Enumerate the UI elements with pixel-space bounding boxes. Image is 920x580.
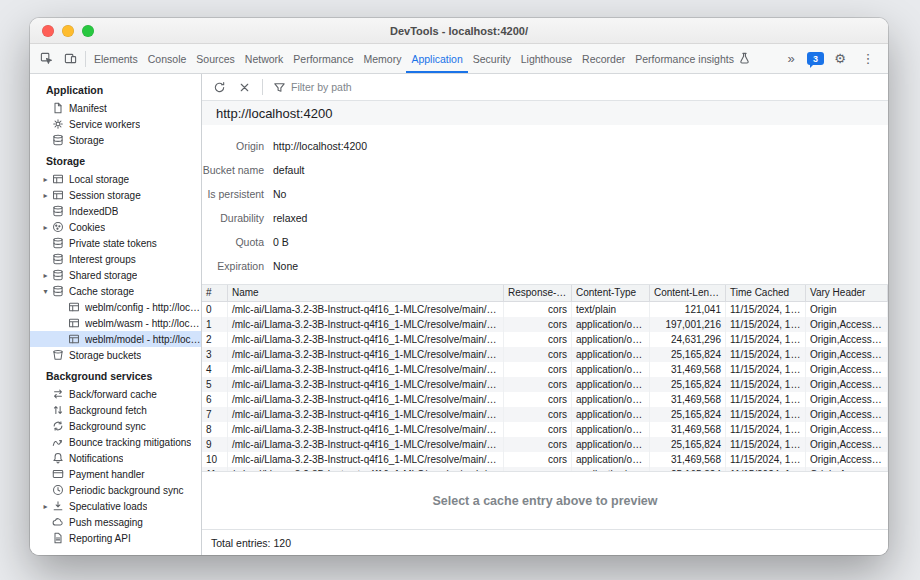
table-row[interactable]: 3/mlc-ai/Llama-3.2-3B-Instruct-q4f16_1-M…: [202, 347, 888, 362]
cell-content-type: application/oc…: [572, 422, 650, 437]
sidebar-item-background-sync[interactable]: Background sync: [30, 418, 201, 434]
window-titlebar[interactable]: DevTools - localhost:4200/: [30, 18, 888, 44]
cell-content-length: 31,469,568: [650, 422, 726, 437]
tab-sources[interactable]: Sources: [191, 44, 240, 73]
cell-content-type: application/oc…: [572, 332, 650, 347]
database-icon: [51, 269, 64, 282]
cell-response-type: cors: [504, 437, 572, 452]
tab-label: Lighthouse: [521, 53, 572, 65]
refresh-button[interactable]: [209, 77, 229, 97]
sidebar-item-session-storage[interactable]: ▸Session storage: [30, 187, 201, 203]
tab-recorder[interactable]: Recorder: [577, 44, 630, 73]
tab-network[interactable]: Network: [240, 44, 289, 73]
report-icon: [51, 532, 64, 545]
metadata-row: Is persistentNo: [202, 182, 888, 206]
column-header-response-type[interactable]: Response-Type: [504, 285, 572, 301]
toggle-device-toolbar-button[interactable]: [58, 44, 82, 73]
tab-label: Recorder: [582, 53, 625, 65]
toolbar-divider: [262, 79, 263, 95]
table-icon: [67, 317, 80, 330]
cell-response-type: cors: [504, 452, 572, 467]
sidebar-item-storage[interactable]: Storage: [30, 132, 201, 148]
table-row[interactable]: 1/mlc-ai/Llama-3.2-3B-Instruct-q4f16_1-M…: [202, 317, 888, 332]
tab-performance[interactable]: Performance: [288, 44, 358, 73]
sidebar-item-indexeddb[interactable]: IndexedDB: [30, 203, 201, 219]
column-header-content-length[interactable]: Content-Length: [650, 285, 726, 301]
sidebar-item-weblm-config-http-loc[interactable]: weblm/config - http://loc…: [30, 299, 201, 315]
sidebar-item-label: weblm/model - http://loc…: [85, 334, 201, 345]
cell-name: /mlc-ai/Llama-3.2-3B-Instruct-q4f16_1-ML…: [228, 332, 504, 347]
sidebar-item-notifications[interactable]: Notifications: [30, 450, 201, 466]
tab-performance-insights[interactable]: Performance insights: [630, 44, 756, 73]
minimize-window-button[interactable]: [62, 25, 74, 37]
cell-time-cached: 11/15/2024, 10…: [726, 422, 806, 437]
cell-content-length: 197,001,216: [650, 317, 726, 332]
sidebar-item-label: Private state tokens: [69, 238, 157, 249]
sidebar-item-interest-groups[interactable]: Interest groups: [30, 251, 201, 267]
sidebar-item-speculative-loads[interactable]: ▸Speculative loads: [30, 498, 201, 514]
cell-content-type: text/plain: [572, 302, 650, 317]
metadata-value: None: [273, 260, 298, 272]
cell-content-type: application/oc…: [572, 347, 650, 362]
table-row[interactable]: 5/mlc-ai/Llama-3.2-3B-Instruct-q4f16_1-M…: [202, 377, 888, 392]
tab-console[interactable]: Console: [143, 44, 192, 73]
column-header-vary-header[interactable]: Vary Header: [806, 285, 888, 301]
cell-time-cached: 11/15/2024, 10…: [726, 392, 806, 407]
tab-lighthouse[interactable]: Lighthouse: [516, 44, 577, 73]
table-row[interactable]: 6/mlc-ai/Llama-3.2-3B-Instruct-q4f16_1-M…: [202, 392, 888, 407]
settings-button[interactable]: ⚙: [828, 52, 852, 65]
sidebar-item-storage-buckets[interactable]: Storage buckets: [30, 347, 201, 363]
sidebar-item-weblm-wasm-http-loca[interactable]: weblm/wasm - http://loca…: [30, 315, 201, 331]
close-window-button[interactable]: [42, 25, 54, 37]
tab-elements[interactable]: Elements: [89, 44, 143, 73]
sidebar-item-manifest[interactable]: Manifest: [30, 100, 201, 116]
column-header-time-cached[interactable]: Time Cached: [726, 285, 806, 301]
sidebar-item-local-storage[interactable]: ▸Local storage: [30, 171, 201, 187]
table-row[interactable]: 0/mlc-ai/Llama-3.2-3B-Instruct-q4f16_1-M…: [202, 302, 888, 317]
sidebar-item-cache-storage[interactable]: ▾Cache storage: [30, 283, 201, 299]
chevron-right-icon[interactable]: ▸: [40, 502, 51, 511]
delete-selected-button[interactable]: [234, 77, 254, 97]
table-row[interactable]: 8/mlc-ai/Llama-3.2-3B-Instruct-q4f16_1-M…: [202, 422, 888, 437]
fullscreen-window-button[interactable]: [82, 25, 94, 37]
tab-security[interactable]: Security: [468, 44, 516, 73]
sidebar-item-reporting-api[interactable]: Reporting API: [30, 530, 201, 546]
sidebar-item-payment-handler[interactable]: Payment handler: [30, 466, 201, 482]
issues-counter-button[interactable]: 3: [807, 52, 824, 65]
filter-by-path-input[interactable]: Filter by path: [273, 81, 352, 94]
metadata-label: Durability: [202, 212, 264, 224]
sidebar-item-private-state-tokens[interactable]: Private state tokens: [30, 235, 201, 251]
cell-vary-header: Origin,Access…: [806, 422, 888, 437]
inspect-element-button[interactable]: [34, 44, 58, 73]
tab-label: Sources: [196, 53, 235, 65]
table-row[interactable]: 4/mlc-ai/Llama-3.2-3B-Instruct-q4f16_1-M…: [202, 362, 888, 377]
column-header-[interactable]: #: [202, 285, 228, 301]
cell-: 1: [202, 317, 228, 332]
tab-application[interactable]: Application: [406, 44, 467, 73]
column-header-name[interactable]: Name: [228, 285, 504, 301]
table-row[interactable]: 10/mlc-ai/Llama-3.2-3B-Instruct-q4f16_1-…: [202, 452, 888, 467]
table-row[interactable]: 9/mlc-ai/Llama-3.2-3B-Instruct-q4f16_1-M…: [202, 437, 888, 452]
column-header-content-type[interactable]: Content-Type: [572, 285, 650, 301]
tab-memory[interactable]: Memory: [358, 44, 406, 73]
table-row[interactable]: 2/mlc-ai/Llama-3.2-3B-Instruct-q4f16_1-M…: [202, 332, 888, 347]
chevron-down-icon[interactable]: ▾: [40, 287, 51, 296]
cell-vary-header: Origin: [806, 302, 888, 317]
table-row[interactable]: 7/mlc-ai/Llama-3.2-3B-Instruct-q4f16_1-M…: [202, 407, 888, 422]
sidebar-item-service-workers[interactable]: Service workers: [30, 116, 201, 132]
chevron-right-icon[interactable]: ▸: [40, 271, 51, 280]
sidebar-item-cookies[interactable]: ▸Cookies: [30, 219, 201, 235]
sidebar-item-background-fetch[interactable]: Background fetch: [30, 402, 201, 418]
chevron-right-icon[interactable]: ▸: [40, 223, 51, 232]
sidebar-item-bounce-tracking-mitigations[interactable]: Bounce tracking mitigations: [30, 434, 201, 450]
chevron-right-icon[interactable]: ▸: [40, 191, 51, 200]
sidebar-item-periodic-background-sync[interactable]: Periodic background sync: [30, 482, 201, 498]
more-tabs-button[interactable]: »: [779, 52, 803, 65]
sidebar-item-back-forward-cache[interactable]: Back/forward cache: [30, 386, 201, 402]
sidebar-item-shared-storage[interactable]: ▸Shared storage: [30, 267, 201, 283]
main-menu-button[interactable]: ⋮: [856, 52, 880, 65]
chevron-right-icon[interactable]: ▸: [40, 175, 51, 184]
sidebar-item-weblm-model-http-loc[interactable]: weblm/model - http://loc…: [30, 331, 201, 347]
sidebar-item-push-messaging[interactable]: Push messaging: [30, 514, 201, 530]
cell-response-type: cors: [504, 347, 572, 362]
